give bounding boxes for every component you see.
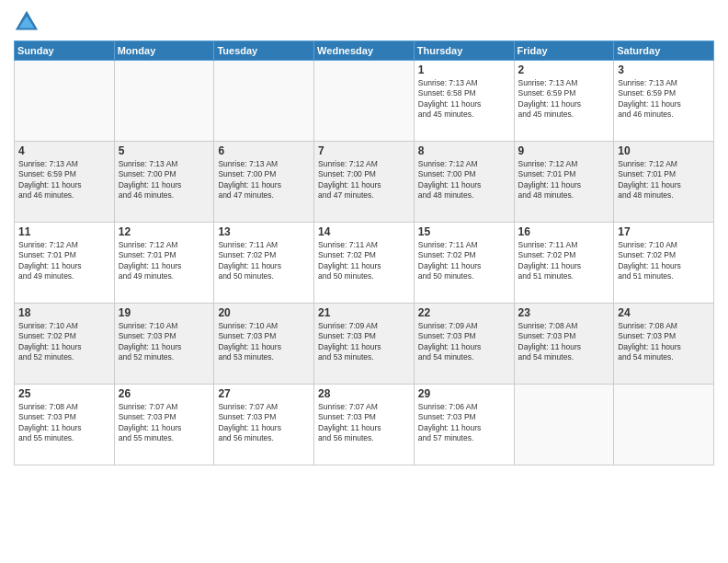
day-info: Sunrise: 7:13 AM Sunset: 6:58 PM Dayligh…	[418, 78, 510, 121]
day-info: Sunrise: 7:12 AM Sunset: 7:00 PM Dayligh…	[418, 159, 510, 201]
calendar-cell: 11Sunrise: 7:12 AM Sunset: 7:01 PM Dayli…	[15, 223, 115, 304]
calendar-header-friday: Friday	[514, 41, 614, 61]
day-info: Sunrise: 7:08 AM Sunset: 7:03 PM Dayligh…	[518, 321, 610, 363]
day-number: 29	[418, 387, 510, 400]
day-info: Sunrise: 7:09 AM Sunset: 7:03 PM Dayligh…	[418, 321, 510, 363]
calendar-cell: 26Sunrise: 7:07 AM Sunset: 7:03 PM Dayli…	[114, 385, 214, 465]
day-number: 28	[318, 387, 410, 400]
day-info: Sunrise: 7:13 AM Sunset: 6:59 PM Dayligh…	[18, 159, 110, 201]
calendar-cell: 20Sunrise: 7:10 AM Sunset: 7:03 PM Dayli…	[214, 304, 314, 385]
day-number: 21	[318, 306, 410, 319]
calendar-cell: 21Sunrise: 7:09 AM Sunset: 7:03 PM Dayli…	[314, 304, 415, 385]
day-number: 11	[18, 225, 110, 238]
calendar-cell: 27Sunrise: 7:07 AM Sunset: 7:03 PM Dayli…	[214, 385, 314, 465]
calendar-cell	[214, 61, 314, 142]
day-number: 2	[518, 63, 610, 76]
day-info: Sunrise: 7:13 AM Sunset: 6:59 PM Dayligh…	[518, 78, 610, 121]
day-info: Sunrise: 7:11 AM Sunset: 7:02 PM Dayligh…	[518, 240, 610, 282]
day-number: 10	[618, 144, 710, 157]
day-number: 23	[518, 306, 610, 319]
day-number: 3	[618, 63, 710, 76]
day-info: Sunrise: 7:12 AM Sunset: 7:00 PM Dayligh…	[318, 159, 410, 201]
calendar-cell	[314, 61, 415, 142]
calendar-cell	[114, 61, 214, 142]
calendar-header-wednesday: Wednesday	[314, 41, 415, 61]
day-info: Sunrise: 7:12 AM Sunset: 7:01 PM Dayligh…	[119, 240, 210, 282]
day-number: 22	[418, 306, 510, 319]
day-info: Sunrise: 7:12 AM Sunset: 7:01 PM Dayligh…	[18, 240, 110, 282]
day-number: 16	[518, 225, 610, 238]
calendar-cell: 10Sunrise: 7:12 AM Sunset: 7:01 PM Dayli…	[614, 142, 714, 223]
calendar-cell: 3Sunrise: 7:13 AM Sunset: 6:59 PM Daylig…	[614, 61, 714, 142]
day-number: 27	[218, 387, 310, 400]
day-info: Sunrise: 7:11 AM Sunset: 7:02 PM Dayligh…	[418, 240, 510, 282]
day-number: 19	[119, 306, 210, 319]
calendar-cell: 25Sunrise: 7:08 AM Sunset: 7:03 PM Dayli…	[15, 385, 115, 465]
calendar-cell: 29Sunrise: 7:06 AM Sunset: 7:03 PM Dayli…	[414, 385, 514, 465]
calendar-cell: 2Sunrise: 7:13 AM Sunset: 6:59 PM Daylig…	[514, 61, 614, 142]
day-number: 14	[318, 225, 410, 238]
calendar-cell: 16Sunrise: 7:11 AM Sunset: 7:02 PM Dayli…	[514, 223, 614, 304]
calendar-cell: 17Sunrise: 7:10 AM Sunset: 7:02 PM Dayli…	[614, 223, 714, 304]
day-number: 1	[418, 63, 510, 76]
logo	[14, 9, 43, 35]
calendar-week-1: 1Sunrise: 7:13 AM Sunset: 6:58 PM Daylig…	[15, 61, 714, 142]
day-info: Sunrise: 7:12 AM Sunset: 7:01 PM Dayligh…	[618, 159, 710, 201]
day-number: 17	[618, 225, 710, 238]
calendar-week-3: 11Sunrise: 7:12 AM Sunset: 7:01 PM Dayli…	[15, 223, 714, 304]
day-info: Sunrise: 7:10 AM Sunset: 7:02 PM Dayligh…	[18, 321, 110, 363]
logo-icon	[14, 9, 40, 35]
day-number: 20	[218, 306, 310, 319]
calendar-header-tuesday: Tuesday	[214, 41, 314, 61]
day-info: Sunrise: 7:07 AM Sunset: 7:03 PM Dayligh…	[318, 402, 410, 444]
calendar-table: SundayMondayTuesdayWednesdayThursdayFrid…	[14, 40, 714, 465]
day-info: Sunrise: 7:12 AM Sunset: 7:01 PM Dayligh…	[518, 159, 610, 201]
day-number: 18	[18, 306, 110, 319]
calendar-cell: 7Sunrise: 7:12 AM Sunset: 7:00 PM Daylig…	[314, 142, 415, 223]
day-info: Sunrise: 7:07 AM Sunset: 7:03 PM Dayligh…	[119, 402, 210, 444]
calendar-cell	[514, 385, 614, 465]
calendar-cell: 23Sunrise: 7:08 AM Sunset: 7:03 PM Dayli…	[514, 304, 614, 385]
day-number: 5	[119, 144, 210, 157]
day-number: 15	[418, 225, 510, 238]
calendar-cell: 12Sunrise: 7:12 AM Sunset: 7:01 PM Dayli…	[114, 223, 214, 304]
calendar-cell: 15Sunrise: 7:11 AM Sunset: 7:02 PM Dayli…	[414, 223, 514, 304]
header	[14, 9, 714, 35]
calendar-cell: 8Sunrise: 7:12 AM Sunset: 7:00 PM Daylig…	[414, 142, 514, 223]
calendar-header-saturday: Saturday	[614, 41, 714, 61]
calendar-week-4: 18Sunrise: 7:10 AM Sunset: 7:02 PM Dayli…	[15, 304, 714, 385]
day-info: Sunrise: 7:13 AM Sunset: 7:00 PM Dayligh…	[218, 159, 310, 201]
calendar-header-sunday: Sunday	[15, 41, 115, 61]
calendar-cell: 1Sunrise: 7:13 AM Sunset: 6:58 PM Daylig…	[414, 61, 514, 142]
day-info: Sunrise: 7:10 AM Sunset: 7:03 PM Dayligh…	[119, 321, 210, 363]
calendar-week-2: 4Sunrise: 7:13 AM Sunset: 6:59 PM Daylig…	[15, 142, 714, 223]
day-info: Sunrise: 7:11 AM Sunset: 7:02 PM Dayligh…	[318, 240, 410, 282]
day-info: Sunrise: 7:10 AM Sunset: 7:03 PM Dayligh…	[218, 321, 310, 363]
calendar-cell: 4Sunrise: 7:13 AM Sunset: 6:59 PM Daylig…	[15, 142, 115, 223]
calendar-cell	[614, 385, 714, 465]
day-info: Sunrise: 7:10 AM Sunset: 7:02 PM Dayligh…	[618, 240, 710, 282]
calendar-header-monday: Monday	[114, 41, 214, 61]
day-number: 13	[218, 225, 310, 238]
day-number: 26	[119, 387, 210, 400]
day-info: Sunrise: 7:13 AM Sunset: 6:59 PM Dayligh…	[618, 78, 710, 121]
day-number: 9	[518, 144, 610, 157]
page: SundayMondayTuesdayWednesdayThursdayFrid…	[0, 0, 728, 563]
calendar-cell: 9Sunrise: 7:12 AM Sunset: 7:01 PM Daylig…	[514, 142, 614, 223]
calendar-cell: 14Sunrise: 7:11 AM Sunset: 7:02 PM Dayli…	[314, 223, 415, 304]
day-number: 4	[18, 144, 110, 157]
calendar-header-thursday: Thursday	[414, 41, 514, 61]
calendar-cell: 13Sunrise: 7:11 AM Sunset: 7:02 PM Dayli…	[214, 223, 314, 304]
day-info: Sunrise: 7:06 AM Sunset: 7:03 PM Dayligh…	[418, 402, 510, 444]
day-info: Sunrise: 7:09 AM Sunset: 7:03 PM Dayligh…	[318, 321, 410, 363]
calendar-cell: 28Sunrise: 7:07 AM Sunset: 7:03 PM Dayli…	[314, 385, 415, 465]
day-info: Sunrise: 7:11 AM Sunset: 7:02 PM Dayligh…	[218, 240, 310, 282]
calendar-cell	[15, 61, 115, 142]
day-info: Sunrise: 7:08 AM Sunset: 7:03 PM Dayligh…	[18, 402, 110, 444]
day-number: 6	[218, 144, 310, 157]
calendar-cell: 6Sunrise: 7:13 AM Sunset: 7:00 PM Daylig…	[214, 142, 314, 223]
day-info: Sunrise: 7:07 AM Sunset: 7:03 PM Dayligh…	[218, 402, 310, 444]
day-info: Sunrise: 7:08 AM Sunset: 7:03 PM Dayligh…	[618, 321, 710, 363]
calendar-cell: 19Sunrise: 7:10 AM Sunset: 7:03 PM Dayli…	[114, 304, 214, 385]
calendar-header-row: SundayMondayTuesdayWednesdayThursdayFrid…	[15, 41, 714, 61]
